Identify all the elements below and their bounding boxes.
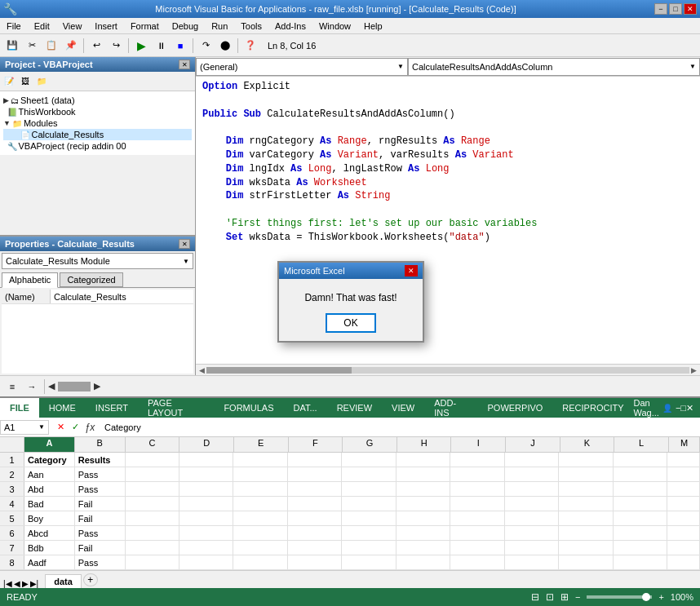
redo-toolbar-btn[interactable]: ↪ <box>107 37 125 55</box>
col-header-c[interactable]: C <box>126 437 180 452</box>
table-cell[interactable] <box>179 482 233 496</box>
table-cell[interactable] <box>614 467 667 481</box>
table-cell[interactable] <box>126 526 179 540</box>
table-cell[interactable] <box>126 467 179 481</box>
table-cell[interactable]: Category <box>24 453 75 467</box>
menu-debug[interactable]: Debug <box>169 18 202 33</box>
col-header-l[interactable]: L <box>614 437 669 452</box>
table-cell[interactable] <box>450 555 504 569</box>
table-cell[interactable]: Pass <box>75 467 126 481</box>
bottom-nav-left[interactable]: ◀ <box>48 381 55 391</box>
table-cell[interactable] <box>179 555 233 569</box>
table-cell[interactable] <box>614 511 667 525</box>
col-header-f[interactable]: F <box>289 437 343 452</box>
excel-close-btn[interactable]: ✕ <box>686 403 693 414</box>
ribbon-tab-data[interactable]: DAT... <box>284 398 327 418</box>
table-cell[interactable] <box>614 482 667 496</box>
table-cell[interactable] <box>559 555 613 569</box>
scroll-left-btn[interactable]: ◀ <box>199 366 205 374</box>
table-cell[interactable] <box>667 526 700 540</box>
tree-item-sheet1[interactable]: ▶ 🗂 Sheet1 (data) <box>3 95 192 106</box>
table-cell[interactable] <box>505 467 559 481</box>
table-cell[interactable] <box>559 541 613 555</box>
props-panel-close[interactable]: ✕ <box>179 239 190 249</box>
project-panel-close[interactable]: ✕ <box>179 60 190 69</box>
table-cell[interactable] <box>397 453 450 467</box>
table-cell[interactable] <box>614 497 667 511</box>
table-cell[interactable]: Bad <box>24 497 75 511</box>
view-code-btn[interactable]: 📝 <box>2 74 16 89</box>
dialog-close-btn[interactable]: ✕ <box>405 265 418 276</box>
table-cell[interactable] <box>288 497 342 511</box>
tree-item-calcresults[interactable]: 📄 Calculate_Results <box>3 129 192 140</box>
table-cell[interactable]: Pass <box>75 526 126 540</box>
minimize-button[interactable]: − <box>654 3 667 15</box>
table-cell[interactable] <box>450 453 504 467</box>
table-cell[interactable] <box>505 453 559 467</box>
normal-view-btn[interactable]: ⊟ <box>531 591 539 603</box>
table-cell[interactable] <box>450 467 504 481</box>
paste-toolbar-btn[interactable]: 📌 <box>62 37 80 55</box>
run-toolbar-btn[interactable]: ▶ <box>132 37 150 55</box>
table-cell[interactable] <box>559 497 613 511</box>
page-layout-btn[interactable]: ⊡ <box>546 591 554 603</box>
general-dropdown[interactable]: (General) ▼ <box>196 58 408 76</box>
ribbon-tab-pagelayout[interactable]: PAGE LAYOUT <box>138 398 214 418</box>
sheet-nav-prev[interactable]: ◀ <box>14 579 20 588</box>
menu-edit[interactable]: Edit <box>31 18 53 33</box>
tab-alphabetic[interactable]: Alphabetic <box>2 272 58 288</box>
table-cell[interactable] <box>342 555 396 569</box>
bottom-nav-right[interactable]: ▶ <box>94 381 100 391</box>
table-cell[interactable] <box>342 526 396 540</box>
table-cell[interactable] <box>126 511 179 525</box>
col-header-e[interactable]: E <box>234 437 289 452</box>
table-cell[interactable] <box>505 541 559 555</box>
table-cell[interactable]: Aadf <box>24 555 75 569</box>
table-cell[interactable] <box>126 555 179 569</box>
ribbon-tab-reciprocity[interactable]: RECIPROCITY <box>552 398 633 418</box>
table-cell[interactable]: Results <box>75 453 126 467</box>
menu-run[interactable]: Run <box>208 18 231 33</box>
table-cell[interactable] <box>667 453 700 467</box>
name-box[interactable]: A1 ▼ <box>0 420 49 435</box>
table-cell[interactable]: Pass <box>75 482 126 496</box>
table-cell[interactable] <box>559 511 613 525</box>
align-left-btn[interactable]: ≡ <box>3 378 21 396</box>
table-cell[interactable] <box>233 541 287 555</box>
table-cell[interactable] <box>342 482 396 496</box>
tree-item-modules[interactable]: ▼ 📁 Modules <box>3 117 192 129</box>
table-cell[interactable]: Boy <box>24 511 75 525</box>
table-cell[interactable] <box>179 467 233 481</box>
pause-toolbar-btn[interactable]: ⏸ <box>152 37 170 55</box>
horizontal-scrollbar[interactable] <box>206 367 689 374</box>
insert-function-btn[interactable]: ƒx <box>83 422 96 433</box>
zoom-slider[interactable] <box>587 595 652 599</box>
table-cell[interactable] <box>126 453 179 467</box>
table-cell[interactable] <box>126 497 179 511</box>
col-header-g[interactable]: G <box>343 437 397 452</box>
table-cell[interactable] <box>614 526 667 540</box>
table-cell[interactable] <box>559 467 613 481</box>
step-toolbar-btn[interactable]: ↷ <box>197 37 215 55</box>
formula-input[interactable]: Category <box>101 422 700 432</box>
user-avatar[interactable]: 👤 <box>662 404 672 413</box>
col-header-b[interactable]: B <box>75 437 126 452</box>
props-val-name[interactable]: Calculate_Results <box>51 292 193 302</box>
zoom-level[interactable]: 100% <box>671 592 693 602</box>
menu-window[interactable]: Window <box>316 18 354 33</box>
table-cell[interactable] <box>559 482 613 496</box>
table-cell[interactable] <box>450 541 504 555</box>
maximize-button[interactable]: □ <box>669 3 682 15</box>
table-cell[interactable]: Abd <box>24 482 75 496</box>
table-cell[interactable] <box>397 526 450 540</box>
sheet-tab-data[interactable]: data <box>45 574 82 588</box>
table-cell[interactable] <box>397 497 450 511</box>
sheet-nav-next[interactable]: ▶ <box>22 579 29 588</box>
table-cell[interactable] <box>667 541 700 555</box>
menu-format[interactable]: Format <box>127 18 162 33</box>
cut-toolbar-btn[interactable]: ✂ <box>23 37 41 55</box>
menu-tools[interactable]: Tools <box>237 18 265 33</box>
table-cell[interactable] <box>233 511 287 525</box>
breakpoint-toolbar-btn[interactable]: ⬤ <box>216 37 234 55</box>
code-scrollbar[interactable]: ◀ ▶ <box>196 364 700 375</box>
